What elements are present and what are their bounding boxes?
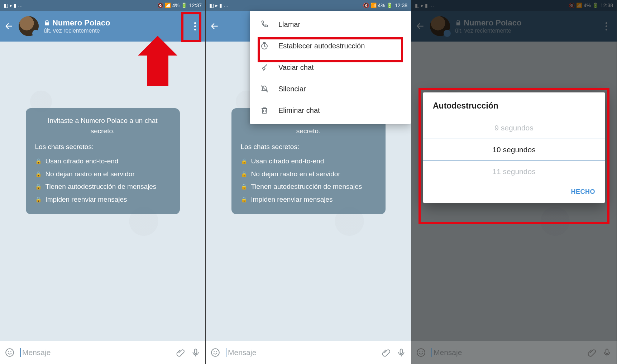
secret-chat-info: Invitaste a Numero Polaco a un chat secr… — [231, 108, 386, 214]
attach-icon[interactable] — [382, 348, 391, 357]
lock-icon: 🔒 — [241, 170, 248, 179]
mic-icon[interactable] — [397, 348, 406, 357]
svg-point-11 — [422, 351, 423, 352]
svg-point-5 — [214, 351, 215, 352]
menu-mute[interactable]: Silenciar — [250, 78, 411, 100]
message-input[interactable]: Mensaje — [431, 348, 582, 357]
info-bullet: No dejan rastro en el servidor — [46, 169, 135, 179]
svg-rect-3 — [195, 349, 197, 354]
lock-icon: 🔒 — [35, 182, 42, 192]
info-heading: Los chats secretos: — [35, 142, 171, 152]
info-heading: Los chats secretos: — [241, 142, 376, 152]
message-input-bar: Mensaje — [206, 341, 411, 364]
back-button[interactable] — [4, 21, 14, 31]
trash-icon — [260, 106, 269, 115]
avatar[interactable] — [19, 16, 39, 36]
svg-point-1 — [8, 351, 9, 352]
attach-icon[interactable] — [587, 348, 597, 357]
status-time: 12:38 — [395, 3, 407, 8]
screenshot-3: ◧ ▸ ▮ … 🔇 📶 4% 🔋 12:38 Numero Polaco últ… — [411, 0, 617, 364]
mute-icon — [260, 85, 269, 93]
chat-title: Numero Polaco — [52, 18, 110, 28]
status-right: 🔇 📶 4% 🔋 12:38 — [363, 3, 407, 8]
arrow-left-icon — [210, 21, 219, 31]
screenshot-2: ◧ ▸ ▮ … 🔇 📶 4% 🔋 12:38 Invitaste a Numer… — [206, 0, 411, 364]
menu-label: Eliminar chat — [278, 106, 320, 115]
emoji-icon[interactable] — [416, 348, 426, 357]
message-input[interactable]: Mensaje — [226, 348, 376, 357]
attach-icon[interactable] — [176, 348, 185, 357]
status-left-icons: ◧ ▸ ▮ … — [4, 3, 23, 8]
screenshot-1: ◧ ▸ ▮ … 🔇 📶 4% 🔋 12:37 Numero Polaco últ… — [0, 0, 206, 364]
highlight-more-button — [181, 12, 201, 42]
info-bullet: Usan cifrado end-to-end — [46, 156, 119, 166]
arrow-left-icon — [4, 21, 14, 31]
status-time: 12:37 — [189, 3, 202, 8]
menu-label: Vaciar chat — [278, 63, 314, 72]
menu-call[interactable]: Llamar — [250, 14, 411, 35]
lock-icon: 🔒 — [241, 195, 248, 205]
info-bullet: No dejan rastro en el servidor — [251, 169, 340, 179]
lock-icon: 🔒 — [35, 157, 42, 166]
menu-label: Llamar — [278, 20, 300, 29]
highlight-arrow-icon — [147, 54, 168, 86]
chat-subtitle: últ. vez recientemente — [44, 28, 184, 34]
lock-icon: 🔒 — [241, 157, 248, 166]
svg-point-9 — [417, 349, 425, 356]
info-bullet: Usan cifrado end-to-end — [251, 156, 324, 166]
chat-title-block[interactable]: Numero Polaco últ. vez recientemente — [44, 18, 184, 34]
status-signal-icons: 🔇 📶 4% 🔋 — [157, 3, 187, 8]
emoji-icon[interactable] — [211, 348, 220, 357]
svg-point-4 — [211, 349, 219, 356]
svg-point-10 — [419, 351, 420, 352]
status-bar: ◧ ▸ ▮ … 🔇 📶 4% 🔋 12:38 — [206, 0, 411, 11]
menu-label: Silenciar — [278, 85, 306, 93]
menu-delete-chat[interactable]: Eliminar chat — [250, 100, 411, 121]
overflow-menu: Llamar Establecer autodestrucción Vaciar… — [250, 11, 411, 124]
status-signal-icons: 🔇 📶 4% 🔋 — [363, 3, 393, 8]
message-input-bar: Mensaje — [411, 341, 617, 364]
highlight-self-destruct — [258, 37, 403, 62]
mic-icon[interactable] — [602, 348, 612, 357]
back-button[interactable] — [210, 21, 219, 31]
phone-icon — [260, 20, 269, 29]
info-bullet: Tienen autodestrucción de mensajes — [46, 181, 157, 192]
info-intro: Invitaste a Numero Polaco a un chat secr… — [35, 115, 171, 136]
info-bullet: Impiden reenviar mensajes — [251, 194, 333, 205]
broom-icon — [260, 63, 269, 72]
svg-point-2 — [10, 351, 11, 352]
status-left-icons: ◧ ▸ ▮ … — [209, 3, 229, 8]
status-right: 🔇 📶 4% 🔋 12:37 — [157, 3, 202, 8]
lock-icon: 🔒 — [35, 195, 42, 205]
clock-badge-icon — [33, 30, 39, 36]
secret-chat-info: Invitaste a Numero Polaco a un chat secr… — [26, 108, 180, 214]
lock-icon: 🔒 — [241, 182, 248, 192]
svg-point-0 — [6, 349, 14, 356]
svg-rect-7 — [400, 349, 403, 354]
lock-icon: 🔒 — [35, 170, 42, 179]
message-input-bar: Mensaje — [0, 341, 205, 364]
emoji-icon[interactable] — [5, 348, 14, 357]
message-input[interactable]: Mensaje — [20, 348, 170, 357]
info-bullet: Tienen autodestrucción de mensajes — [251, 181, 362, 192]
svg-rect-12 — [606, 349, 608, 354]
highlight-dialog — [418, 88, 609, 224]
mic-icon[interactable] — [191, 348, 200, 357]
svg-point-6 — [216, 351, 217, 352]
status-bar: ◧ ▸ ▮ … 🔇 📶 4% 🔋 12:37 — [0, 0, 205, 11]
lock-icon — [44, 20, 50, 26]
info-bullet: Impiden reenviar mensajes — [46, 194, 127, 205]
